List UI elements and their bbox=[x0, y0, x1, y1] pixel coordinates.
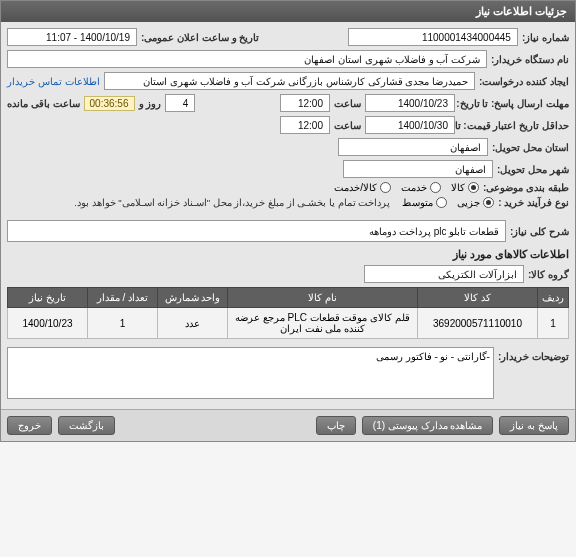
group-field: ابزارآلات الکتریکی bbox=[364, 265, 524, 283]
price-valid-time-label: ساعت bbox=[334, 120, 361, 131]
desc-label: شرح کلی نیاز: bbox=[510, 226, 569, 237]
desc-field: قطعات تابلو plc پرداخت دوماهه bbox=[7, 220, 506, 242]
attachments-button[interactable]: مشاهده مدارک پیوستی (1) bbox=[362, 416, 494, 435]
announce-label: تاریخ و ساعت اعلان عمومی: bbox=[141, 32, 259, 43]
countdown-timer: 00:36:56 bbox=[84, 96, 135, 111]
purchase-type-label: نوع فرآیند خرید : bbox=[498, 197, 569, 208]
buyer-org-label: نام دستگاه خریدار: bbox=[491, 54, 569, 65]
announce-field: 1400/10/19 - 11:07 bbox=[7, 28, 137, 46]
price-valid-date: 1400/10/30 bbox=[365, 116, 455, 134]
radio-medium[interactable] bbox=[436, 197, 447, 208]
reply-button[interactable]: پاسخ به نیاز bbox=[499, 416, 569, 435]
category-label: طبقه بندی موضوعی: bbox=[483, 182, 569, 193]
requester-field: حمیدرضا مجدی قشارکی کارشناس بازرگانی شرک… bbox=[104, 72, 476, 90]
days-value: 4 bbox=[165, 94, 195, 112]
exec-province-label: استان محل تحویل: bbox=[492, 142, 569, 153]
need-number-label: شماره نیاز: bbox=[522, 32, 569, 43]
remaining-label: ساعت باقی مانده bbox=[7, 98, 80, 109]
deadline-time-label: ساعت bbox=[334, 98, 361, 109]
items-section-title: اطلاعات کالاهای مورد نیاز bbox=[7, 248, 569, 261]
deadline-date: 1400/10/23 bbox=[365, 94, 455, 112]
panel-body: شماره نیاز: 1100001434000445 تاریخ و ساع… bbox=[1, 22, 575, 409]
radio-both-label: کالا/خدمت bbox=[334, 182, 377, 193]
cell-date: 1400/10/23 bbox=[8, 308, 88, 339]
buyer-notes-label: توضیحات خریدار: bbox=[498, 347, 569, 362]
need-number-field: 1100001434000445 bbox=[348, 28, 518, 46]
deadline-time: 12:00 bbox=[280, 94, 330, 112]
buyer-notes-textarea[interactable] bbox=[7, 347, 494, 399]
radio-goods[interactable] bbox=[468, 182, 479, 193]
back-button[interactable]: بازگشت bbox=[58, 416, 115, 435]
cell-name: قلم کالای موقت قطعات PLC مرجع عرضه کننده… bbox=[228, 308, 418, 339]
print-button[interactable]: چاپ bbox=[316, 416, 356, 435]
table-row: 1 3692000571110010 قلم کالای موقت قطعات … bbox=[8, 308, 569, 339]
radio-both[interactable] bbox=[380, 182, 391, 193]
th-qty: تعداد / مقدار bbox=[88, 288, 158, 308]
deadline-label: مهلت ارسال پاسخ: تا تاریخ: bbox=[459, 98, 569, 109]
radio-goods-label: کالا bbox=[451, 182, 465, 193]
price-valid-label: حداقل تاریخ اعتبار قیمت: تا تاریخ: bbox=[459, 120, 569, 131]
button-row: پاسخ به نیاز مشاهده مدارک پیوستی (1) چاپ… bbox=[1, 409, 575, 441]
days-and-label: روز و bbox=[139, 98, 162, 109]
radio-medium-label: متوسط bbox=[402, 197, 433, 208]
exit-button[interactable]: خروج bbox=[7, 416, 52, 435]
cell-unit: عدد bbox=[158, 308, 228, 339]
need-details-panel: جزئیات اطلاعات نیاز شماره نیاز: 11000014… bbox=[0, 0, 576, 442]
th-unit: واحد شمارش bbox=[158, 288, 228, 308]
th-index: ردیف bbox=[538, 288, 569, 308]
cell-index: 1 bbox=[538, 308, 569, 339]
buyer-org-field: شرکت آب و فاضلاب شهری استان اصفهان bbox=[7, 50, 487, 68]
th-code: کد کالا bbox=[418, 288, 538, 308]
radio-service[interactable] bbox=[430, 182, 441, 193]
items-table: ردیف کد کالا نام کالا واحد شمارش تعداد /… bbox=[7, 287, 569, 339]
price-valid-time: 12:00 bbox=[280, 116, 330, 134]
radio-small-label: جزیی bbox=[457, 197, 480, 208]
purchase-type-group: جزیی متوسط bbox=[402, 197, 494, 208]
category-radio-group: کالا خدمت کالا/خدمت bbox=[334, 182, 479, 193]
requester-label: ایجاد کننده درخواست: bbox=[479, 76, 569, 87]
th-name: نام کالا bbox=[228, 288, 418, 308]
cell-code: 3692000571110010 bbox=[418, 308, 538, 339]
buyer-contact-link[interactable]: اطلاعات تماس خریدار bbox=[7, 76, 100, 87]
exec-city-label: شهر محل تحویل: bbox=[497, 164, 569, 175]
radio-small[interactable] bbox=[483, 197, 494, 208]
exec-city-field: اصفهان bbox=[343, 160, 493, 178]
th-date: تاریخ نیاز bbox=[8, 288, 88, 308]
cell-qty: 1 bbox=[88, 308, 158, 339]
group-label: گروه کالا: bbox=[528, 269, 569, 280]
radio-service-label: خدمت bbox=[401, 182, 427, 193]
exec-province-field: اصفهان bbox=[338, 138, 488, 156]
purchase-note: پرداخت تمام یا بخشـی از مبلغ خرید،از محل… bbox=[74, 197, 390, 208]
panel-title: جزئیات اطلاعات نیاز bbox=[1, 1, 575, 22]
